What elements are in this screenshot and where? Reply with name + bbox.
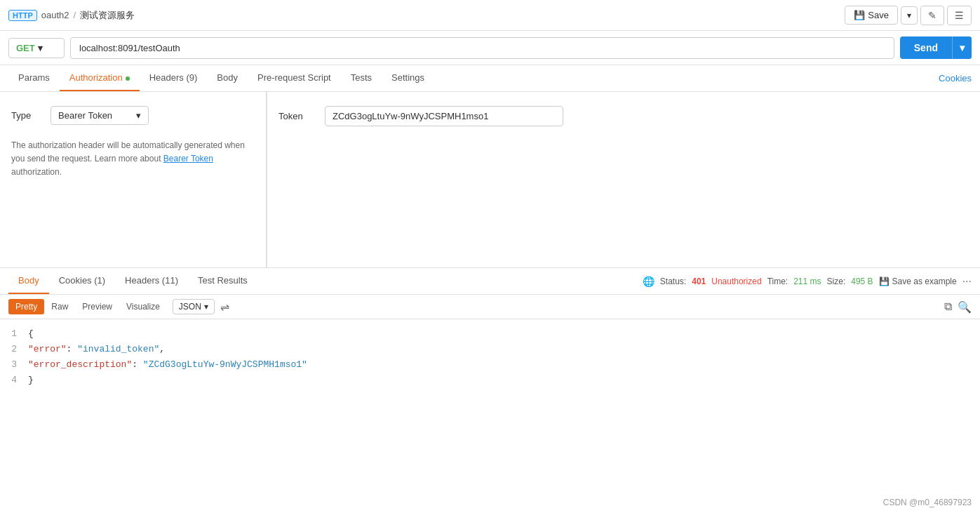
resp-tab-cookies[interactable]: Cookies (1) <box>49 268 115 294</box>
code-line-3: 3 "error_description": "ZCdG3ogLtuYw-9nW… <box>0 357 980 373</box>
bearer-token-link[interactable]: Bearer Token <box>163 154 213 164</box>
save-dropdown-button[interactable]: ▾ <box>901 6 918 25</box>
auth-description: The authorization header will be automat… <box>11 139 255 180</box>
auth-type-value: Bearer Token <box>58 110 112 121</box>
watermark: CSDN @m0_46897923 <box>883 498 972 507</box>
fmt-tab-visualize[interactable]: Visualize <box>119 299 167 314</box>
auth-token-panel: Token <box>267 92 980 267</box>
token-row: Token <box>278 106 969 126</box>
code-line-1: 1 { <box>0 326 980 342</box>
format-tabs: Pretty Raw Preview Visualize JSON ▾ ⇌ ⧉ … <box>0 295 980 319</box>
resp-tab-headers[interactable]: Headers (11) <box>115 268 188 294</box>
request-tabs: Params Authorization Headers (9) Body Pr… <box>0 65 980 92</box>
tab-headers[interactable]: Headers (9) <box>140 65 208 91</box>
auth-type-row: Type Bearer Token ▾ <box>11 106 255 125</box>
search-button[interactable]: 🔍 <box>958 300 972 314</box>
save-icon: 💾 <box>879 277 890 286</box>
json-format-value: JSON <box>179 302 201 312</box>
search-icon: 🔍 <box>958 301 972 313</box>
token-input[interactable] <box>325 106 563 126</box>
more-button[interactable]: ··· <box>962 275 972 288</box>
url-bar: GET ▾ Send ▾ <box>0 31 980 65</box>
format-action-icons: ⧉ 🔍 <box>944 300 972 314</box>
token-label: Token <box>278 111 314 121</box>
status-text: Unauthorized <box>711 277 761 286</box>
globe-icon: 🌐 <box>643 276 655 287</box>
size-value: 495 B <box>851 277 873 286</box>
tab-pre-request[interactable]: Pre-request Script <box>248 65 341 91</box>
breadcrumb-parent: oauth2 <box>41 10 69 20</box>
send-button[interactable]: Send ▾ <box>900 36 972 59</box>
auth-type-selector[interactable]: Bearer Token ▾ <box>51 106 149 125</box>
url-input[interactable] <box>70 37 894 59</box>
send-dropdown-icon[interactable]: ▾ <box>952 36 972 59</box>
edit-icon: ✎ <box>928 10 937 21</box>
comment-button[interactable]: ☰ <box>947 6 972 25</box>
tab-params[interactable]: Params <box>8 65 60 91</box>
fmt-tab-raw[interactable]: Raw <box>44 299 75 314</box>
time-value: 211 ms <box>793 277 821 286</box>
save-example-button[interactable]: 💾 Save as example <box>879 277 957 286</box>
http-badge: HTTP <box>8 10 37 21</box>
method-value: GET <box>16 43 35 53</box>
code-line-4: 4 } <box>0 373 980 388</box>
tab-authorization[interactable]: Authorization <box>60 65 140 91</box>
tab-settings[interactable]: Settings <box>382 65 434 91</box>
save-label: Save <box>868 10 889 20</box>
tab-body[interactable]: Body <box>207 65 248 91</box>
send-label: Send <box>900 36 952 59</box>
fmt-tab-preview[interactable]: Preview <box>75 299 119 314</box>
resp-tab-test-results[interactable]: Test Results <box>188 268 257 294</box>
size-label: Size: <box>827 277 846 286</box>
breadcrumb-separator: / <box>74 10 76 20</box>
type-label: Type <box>11 110 39 121</box>
top-bar: HTTP oauth2 / 测试资源服务 💾 Save ▾ ✎ ☰ <box>0 0 980 31</box>
fmt-tab-pretty[interactable]: Pretty <box>8 299 44 314</box>
cookies-link[interactable]: Cookies <box>939 66 972 91</box>
code-line-2: 2 "error": "invalid_token", <box>0 342 980 357</box>
save-disk-icon: 💾 <box>854 10 865 20</box>
auth-panel: Type Bearer Token ▾ The authorization he… <box>0 92 980 267</box>
authorization-dot <box>126 76 130 81</box>
method-selector[interactable]: GET ▾ <box>8 38 65 58</box>
save-button[interactable]: 💾 Save <box>845 6 898 25</box>
response-tabs: Body Cookies (1) Headers (11) Test Resul… <box>0 268 980 295</box>
more-icon: ··· <box>962 275 972 287</box>
status-label: Status: <box>660 277 686 286</box>
breadcrumb-current: 测试资源服务 <box>80 9 135 22</box>
copy-button[interactable]: ⧉ <box>944 300 952 314</box>
edit-button[interactable]: ✎ <box>920 6 944 25</box>
method-dropdown-icon: ▾ <box>38 43 43 53</box>
comment-icon: ☰ <box>955 10 964 21</box>
status-code: 401 <box>692 277 706 286</box>
json-format-dropdown-icon: ▾ <box>204 302 208 312</box>
response-body-code: 1 { 2 "error": "invalid_token", 3 "error… <box>0 319 980 395</box>
resp-tab-body[interactable]: Body <box>8 268 49 294</box>
auth-type-panel: Type Bearer Token ▾ The authorization he… <box>0 92 267 267</box>
breadcrumb: HTTP oauth2 / 测试资源服务 <box>8 9 135 22</box>
time-label: Time: <box>767 277 788 286</box>
save-example-label: Save as example <box>892 277 957 286</box>
copy-icon: ⧉ <box>944 300 952 312</box>
type-dropdown-icon: ▾ <box>136 110 141 121</box>
tab-tests[interactable]: Tests <box>341 65 382 91</box>
response-status-area: 🌐 Status: 401 Unauthorized Time: 211 ms … <box>643 275 972 288</box>
json-format-selector[interactable]: JSON ▾ <box>173 299 215 314</box>
wrap-button[interactable]: ⇌ <box>220 300 229 314</box>
top-bar-actions: 💾 Save ▾ ✎ ☰ <box>845 6 972 25</box>
response-section: Body Cookies (1) Headers (11) Test Resul… <box>0 267 980 395</box>
